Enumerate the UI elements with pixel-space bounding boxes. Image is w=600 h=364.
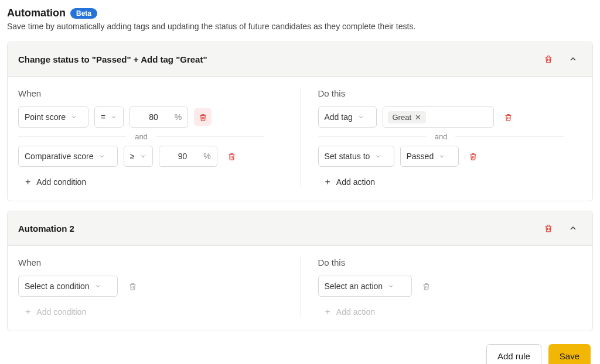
add-condition-label: Add condition xyxy=(36,177,86,187)
condition-field-value: Comparative score xyxy=(25,152,94,161)
condition-value: 90 xyxy=(165,152,200,161)
add-condition-button: + Add condition xyxy=(25,307,86,317)
plus-icon: + xyxy=(25,307,30,317)
action-placeholder: Select an action xyxy=(325,281,383,291)
add-action-button: + Add action xyxy=(325,307,376,317)
action-value: Passed xyxy=(407,152,434,161)
chevron-down-icon xyxy=(98,153,105,160)
condition-operator-select[interactable]: = xyxy=(94,107,124,128)
delete-rule-button[interactable] xyxy=(540,219,557,237)
condition-field-select[interactable]: Select a condition xyxy=(18,276,118,297)
collapse-rule-button[interactable] xyxy=(564,219,582,237)
tag-input[interactable]: Great ✕ xyxy=(383,107,494,128)
when-label: When xyxy=(18,88,282,98)
condition-field-select[interactable]: Point score xyxy=(18,107,88,128)
delete-condition-button[interactable] xyxy=(223,147,241,165)
action-type-select[interactable]: Add tag xyxy=(318,107,377,128)
condition-value-input[interactable]: 90 % xyxy=(159,146,217,167)
condition-operator-value: ≥ xyxy=(130,152,135,161)
and-separator: and xyxy=(432,132,450,141)
action-value-select[interactable]: Passed xyxy=(400,146,459,167)
action-type-select[interactable]: Select an action xyxy=(318,276,412,297)
condition-field-value: Point score xyxy=(25,112,66,122)
delete-condition-button[interactable] xyxy=(194,108,212,126)
add-action-label: Add action xyxy=(336,307,375,317)
delete-rule-button[interactable] xyxy=(540,50,557,68)
add-condition-label: Add condition xyxy=(36,307,86,317)
delete-action-button[interactable] xyxy=(465,147,482,165)
when-label: When xyxy=(18,257,282,267)
do-this-label: Do this xyxy=(318,257,582,267)
add-rule-button[interactable]: Add rule xyxy=(486,344,541,364)
condition-value: 80 xyxy=(136,112,171,122)
automation-rule: Automation 2 When Select a condition + A… xyxy=(7,211,593,331)
plus-icon: + xyxy=(325,307,330,317)
chevron-down-icon xyxy=(110,114,117,121)
chevron-down-icon xyxy=(70,114,77,121)
add-action-button[interactable]: + Add action xyxy=(325,177,376,187)
collapse-rule-button[interactable] xyxy=(564,50,582,68)
chevron-down-icon xyxy=(387,283,394,290)
condition-value-input[interactable]: 80 % xyxy=(129,107,188,128)
rule-title: Automation 2 xyxy=(18,224,533,233)
percent-suffix: % xyxy=(175,112,182,122)
chevron-down-icon xyxy=(438,153,445,160)
chevron-down-icon xyxy=(94,283,101,290)
page-title: Automation xyxy=(7,7,66,19)
remove-chip-icon[interactable]: ✕ xyxy=(415,113,421,122)
percent-suffix: % xyxy=(203,152,210,161)
plus-icon: + xyxy=(25,177,30,187)
delete-action-button[interactable] xyxy=(418,277,435,295)
beta-badge: Beta xyxy=(70,8,97,19)
condition-field-select[interactable]: Comparative score xyxy=(18,146,118,167)
tag-chip-label: Great xyxy=(393,113,412,122)
and-separator: and xyxy=(132,132,150,141)
condition-operator-value: = xyxy=(101,112,105,122)
action-type-select[interactable]: Set status to xyxy=(318,146,394,167)
condition-placeholder: Select a condition xyxy=(25,281,90,291)
save-button[interactable]: Save xyxy=(548,344,591,364)
automation-rule: Change status to "Passed" + Add tag "Gre… xyxy=(7,42,593,201)
plus-icon: + xyxy=(325,177,330,187)
delete-action-button[interactable] xyxy=(500,108,517,126)
action-type-value: Add tag xyxy=(325,112,353,122)
do-this-label: Do this xyxy=(318,88,582,98)
add-condition-button[interactable]: + Add condition xyxy=(25,177,86,187)
page-subtitle: Save time by automatically adding tags a… xyxy=(7,22,593,31)
chevron-down-icon xyxy=(374,153,381,160)
tag-chip: Great ✕ xyxy=(388,111,427,123)
delete-condition-button[interactable] xyxy=(124,277,141,295)
condition-operator-select[interactable]: ≥ xyxy=(124,146,153,167)
action-type-value: Set status to xyxy=(325,152,370,161)
add-action-label: Add action xyxy=(336,177,375,187)
rule-title: Change status to "Passed" + Add tag "Gre… xyxy=(18,54,533,64)
chevron-down-icon xyxy=(139,153,146,160)
chevron-down-icon xyxy=(357,114,364,121)
